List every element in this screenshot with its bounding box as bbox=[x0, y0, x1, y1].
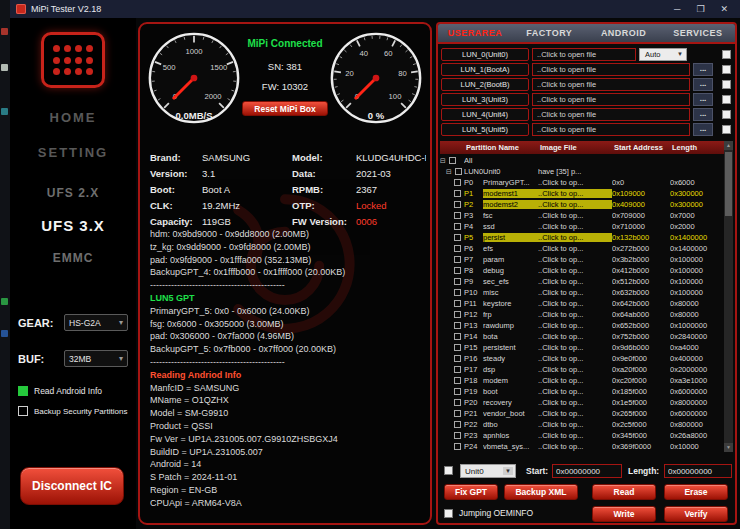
row-checkbox[interactable] bbox=[454, 234, 461, 241]
expander-icon[interactable]: ⊟ bbox=[446, 168, 454, 176]
lun-checkbox[interactable] bbox=[722, 125, 731, 134]
partition-row[interactable]: P22dtbo..Click to op...0x2c5f0000x800000 bbox=[440, 419, 728, 430]
row-checkbox[interactable] bbox=[454, 421, 461, 428]
partition-image-field[interactable]: ..Click to op... bbox=[538, 299, 612, 308]
row-checkbox[interactable] bbox=[454, 311, 461, 318]
partition-image-field[interactable]: ..Click to op... bbox=[538, 266, 612, 275]
partition-image-field[interactable]: ..Click to op... bbox=[538, 244, 612, 253]
partition-row[interactable]: P13rawdump..Click to op...0x652b0000x100… bbox=[440, 320, 728, 331]
partition-row[interactable]: P5persist..Click to op...0x132b0000x1400… bbox=[440, 232, 728, 243]
browse-button[interactable]: ... bbox=[693, 93, 713, 106]
unit-select[interactable]: Unit0 ▼ bbox=[460, 464, 516, 478]
row-checkbox[interactable] bbox=[455, 168, 462, 175]
row-checkbox[interactable] bbox=[454, 410, 461, 417]
partition-row[interactable]: P11keystore..Click to op...0x642b0000x80… bbox=[440, 298, 728, 309]
partition-row[interactable]: P8debug..Click to op...0x412b0000x100000 bbox=[440, 265, 728, 276]
partition-row[interactable]: P17dsp..Click to op...0xa20f0000x2000000 bbox=[440, 364, 728, 375]
partition-row[interactable]: P2modemst2..Click to op...0x4090000x3000… bbox=[440, 199, 728, 210]
lun-file-field[interactable]: ..Click to open file bbox=[532, 48, 636, 61]
row-checkbox[interactable] bbox=[454, 245, 461, 252]
partition-row[interactable]: P21vendor_boot..Click to op...0x265f0000… bbox=[440, 408, 728, 419]
erase-button[interactable]: Erase bbox=[664, 484, 728, 500]
start-input[interactable] bbox=[552, 464, 622, 478]
partition-image-field[interactable]: ..Click to op... bbox=[538, 442, 612, 451]
partition-image-field[interactable]: ..Click to op... bbox=[538, 288, 612, 297]
partition-image-field[interactable]: ..Click to op... bbox=[538, 387, 612, 396]
partition-image-field[interactable]: ..Click to op... bbox=[538, 222, 612, 231]
row-checkbox[interactable] bbox=[454, 344, 461, 351]
fix-gpt-button[interactable]: Fix GPT bbox=[444, 484, 498, 500]
partition-image-field[interactable]: ..Click to op... bbox=[538, 354, 612, 363]
partition-row[interactable]: P24vbmeta_sys.....Click to op...0x369f00… bbox=[440, 441, 728, 452]
row-checkbox[interactable] bbox=[454, 256, 461, 263]
read-android-info-checkbox[interactable] bbox=[18, 386, 28, 396]
lun-checkbox[interactable] bbox=[722, 50, 731, 59]
partition-image-field[interactable]: ..Click to op... bbox=[538, 277, 612, 286]
partition-image-field[interactable]: ..Click to op... bbox=[538, 365, 612, 374]
row-checkbox[interactable] bbox=[454, 432, 461, 439]
maximize-icon[interactable]: ❒ bbox=[696, 0, 704, 18]
partition-row[interactable]: P10misc..Click to op...0x632b0000x100000 bbox=[440, 287, 728, 298]
read-button[interactable]: Read bbox=[592, 484, 656, 500]
partition-row[interactable]: P18modem..Click to op...0xc20f0000xa3e10… bbox=[440, 375, 728, 386]
expander-icon[interactable]: ⊟ bbox=[440, 157, 448, 165]
lun-file-field[interactable]: ..Click to open file bbox=[532, 78, 690, 91]
partition-image-field[interactable]: ..Click to op... bbox=[538, 178, 612, 187]
jumping-oeminfo-checkbox[interactable] bbox=[444, 509, 453, 518]
row-checkbox[interactable] bbox=[454, 267, 461, 274]
partition-row[interactable]: P16steady..Click to op...0x9e0f0000x4000… bbox=[440, 353, 728, 364]
minimize-icon[interactable]: ─ bbox=[674, 0, 680, 18]
partition-row[interactable]: P12frp..Click to op...0x64ab0000x80000 bbox=[440, 309, 728, 320]
partition-row[interactable]: P23apnhlos..Click to op...0x345f0000x26a… bbox=[440, 430, 728, 441]
lun-checkbox[interactable] bbox=[722, 110, 731, 119]
row-checkbox[interactable] bbox=[454, 223, 461, 230]
close-icon[interactable]: ✕ bbox=[720, 0, 728, 18]
gear-select[interactable]: HS-G2A ▾ bbox=[64, 314, 128, 331]
row-checkbox[interactable] bbox=[454, 278, 461, 285]
tab-android[interactable]: ANDROID bbox=[587, 24, 661, 42]
row-checkbox[interactable] bbox=[454, 399, 461, 406]
tree-root-row[interactable]: ⊟All bbox=[440, 155, 728, 166]
row-checkbox[interactable] bbox=[454, 366, 461, 373]
partition-row[interactable]: P15persistent..Click to op...0x9d6b0000x… bbox=[440, 342, 728, 353]
partition-row[interactable]: P6efs..Click to op...0x272b0000x1400000 bbox=[440, 243, 728, 254]
verify-button[interactable]: Verify bbox=[664, 506, 728, 522]
partition-image-field[interactable]: ..Click to op... bbox=[538, 321, 612, 330]
row-checkbox[interactable] bbox=[449, 157, 456, 164]
partition-image-field[interactable]: ..Click to op... bbox=[538, 255, 612, 264]
backup-security-checkbox[interactable] bbox=[18, 406, 28, 416]
unit-checkbox[interactable] bbox=[444, 466, 453, 475]
buf-select[interactable]: 32MB ▾ bbox=[64, 350, 128, 367]
partition-image-field[interactable]: ..Click to op... bbox=[538, 211, 612, 220]
partition-row[interactable]: P19boot..Click to op...0x185f0000x600000… bbox=[440, 386, 728, 397]
disconnect-button[interactable]: Disconnect IC bbox=[20, 467, 124, 505]
partition-image-field[interactable]: ..Click to op... bbox=[538, 233, 612, 242]
partition-image-field[interactable]: ..Click to op... bbox=[538, 398, 612, 407]
row-checkbox[interactable] bbox=[454, 322, 461, 329]
row-checkbox[interactable] bbox=[454, 377, 461, 384]
row-checkbox[interactable] bbox=[454, 289, 461, 296]
row-checkbox[interactable] bbox=[454, 190, 461, 197]
partition-image-field[interactable]: ..Click to op... bbox=[538, 409, 612, 418]
scroll-down-icon[interactable]: ▼ bbox=[724, 443, 733, 452]
lun-file-field[interactable]: ..Click to open file bbox=[532, 108, 690, 121]
row-checkbox[interactable] bbox=[454, 201, 461, 208]
partition-row[interactable]: P14bota..Click to op...0x752b0000x284000… bbox=[440, 331, 728, 342]
lun-checkbox[interactable] bbox=[722, 80, 731, 89]
partition-image-field[interactable]: ..Click to op... bbox=[538, 200, 612, 209]
row-checkbox[interactable] bbox=[454, 355, 461, 362]
reset-mipi-button[interactable]: Reset MiPi Box bbox=[242, 101, 328, 116]
row-checkbox[interactable] bbox=[454, 300, 461, 307]
lun-checkbox[interactable] bbox=[722, 95, 731, 104]
partition-row[interactable]: P9sec_efs..Click to op...0x512b0000x1000… bbox=[440, 276, 728, 287]
lun-file-field[interactable]: ..Click to open file bbox=[532, 123, 690, 136]
row-checkbox[interactable] bbox=[454, 179, 461, 186]
browse-button[interactable]: ... bbox=[693, 78, 713, 91]
lun-node-row[interactable]: ⊟LUN0Unit0have [35] p... bbox=[440, 166, 728, 177]
partition-image-field[interactable]: ..Click to op... bbox=[538, 310, 612, 319]
length-input[interactable] bbox=[664, 464, 732, 478]
scroll-up-icon[interactable]: ▲ bbox=[724, 141, 733, 150]
row-checkbox[interactable] bbox=[454, 388, 461, 395]
partition-row[interactable]: P1modemst1..Click to op...0x1090000x3000… bbox=[440, 188, 728, 199]
tab-userarea[interactable]: USERAREA bbox=[438, 24, 512, 42]
